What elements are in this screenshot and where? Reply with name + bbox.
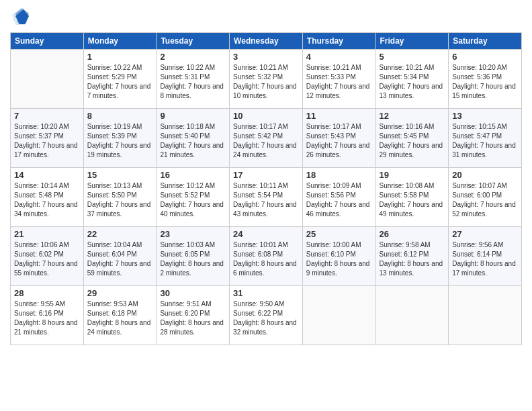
day-number: 18: [306, 170, 372, 180]
day-info: Sunrise: 9:58 AMSunset: 6:12 PMDaylight:…: [380, 240, 445, 278]
calendar-cell: 17Sunrise: 10:11 AMSunset: 5:54 PMDaylig…: [230, 168, 303, 227]
day-number: 17: [233, 170, 299, 180]
weekday-header-saturday: Saturday: [449, 33, 522, 50]
calendar-cell: 26Sunrise: 9:58 AMSunset: 6:12 PMDayligh…: [375, 227, 449, 286]
calendar-cell: 18Sunrise: 10:09 AMSunset: 5:56 PMDaylig…: [302, 168, 375, 227]
day-info: Sunrise: 9:50 AMSunset: 6:22 PMDaylight:…: [233, 300, 299, 337]
calendar-page: SundayMondayTuesdayWednesdayThursdayFrid…: [0, 0, 532, 411]
calendar-cell: 2Sunrise: 10:22 AMSunset: 5:31 PMDayligh…: [157, 50, 230, 109]
day-info: Sunrise: 10:12 AMSunset: 5:52 PMDaylight…: [160, 181, 226, 219]
calendar-cell: [449, 286, 522, 345]
weekday-header-sunday: Sunday: [11, 33, 84, 50]
calendar-cell: 7Sunrise: 10:20 AMSunset: 5:37 PMDayligh…: [11, 109, 84, 168]
weekday-header-row: SundayMondayTuesdayWednesdayThursdayFrid…: [11, 33, 522, 50]
day-number: 3: [233, 52, 299, 62]
calendar-cell: 30Sunrise: 9:51 AMSunset: 6:20 PMDayligh…: [157, 286, 230, 345]
logo-icon: [10, 7, 30, 27]
day-number: 31: [233, 288, 299, 298]
calendar-cell: 22Sunrise: 10:04 AMSunset: 6:04 PMDaylig…: [83, 227, 157, 286]
day-number: 2: [160, 52, 226, 62]
day-number: 30: [160, 288, 226, 298]
day-info: Sunrise: 9:51 AMSunset: 6:20 PMDaylight:…: [160, 300, 226, 337]
day-info: Sunrise: 10:00 AMSunset: 6:10 PMDaylight…: [306, 240, 372, 278]
calendar-cell: 8Sunrise: 10:19 AMSunset: 5:39 PMDayligh…: [83, 109, 157, 168]
calendar-cell: 6Sunrise: 10:20 AMSunset: 5:36 PMDayligh…: [449, 50, 522, 109]
calendar-cell: 28Sunrise: 9:55 AMSunset: 6:16 PMDayligh…: [11, 286, 84, 345]
day-info: Sunrise: 10:20 AMSunset: 5:36 PMDaylight…: [452, 63, 518, 101]
day-info: Sunrise: 9:56 AMSunset: 6:14 PMDaylight:…: [452, 240, 518, 278]
day-info: Sunrise: 10:04 AMSunset: 6:04 PMDaylight…: [87, 240, 153, 278]
calendar-cell: 25Sunrise: 10:00 AMSunset: 6:10 PMDaylig…: [302, 227, 375, 286]
day-info: Sunrise: 10:17 AMSunset: 5:42 PMDaylight…: [233, 122, 299, 160]
day-number: 8: [87, 111, 153, 121]
day-info: Sunrise: 10:07 AMSunset: 6:00 PMDaylight…: [452, 181, 518, 219]
day-info: Sunrise: 10:11 AMSunset: 5:54 PMDaylight…: [233, 181, 299, 219]
day-info: Sunrise: 10:22 AMSunset: 5:31 PMDaylight…: [160, 63, 226, 101]
calendar-week-row: 28Sunrise: 9:55 AMSunset: 6:16 PMDayligh…: [11, 286, 522, 345]
calendar-cell: 20Sunrise: 10:07 AMSunset: 6:00 PMDaylig…: [449, 168, 522, 227]
day-info: Sunrise: 10:09 AMSunset: 5:56 PMDaylight…: [306, 181, 372, 219]
calendar-cell: 3Sunrise: 10:21 AMSunset: 5:32 PMDayligh…: [230, 50, 303, 109]
weekday-header-tuesday: Tuesday: [157, 33, 230, 50]
day-number: 24: [233, 229, 299, 239]
day-number: 23: [160, 229, 226, 239]
day-info: Sunrise: 9:53 AMSunset: 6:18 PMDaylight:…: [87, 300, 153, 337]
day-info: Sunrise: 10:03 AMSunset: 6:05 PMDaylight…: [160, 240, 226, 278]
day-number: 10: [233, 111, 299, 121]
day-number: 26: [380, 229, 445, 239]
calendar-table: SundayMondayTuesdayWednesdayThursdayFrid…: [10, 32, 522, 345]
calendar-week-row: 7Sunrise: 10:20 AMSunset: 5:37 PMDayligh…: [11, 109, 522, 168]
day-number: 19: [380, 170, 445, 180]
calendar-cell: 14Sunrise: 10:14 AMSunset: 5:48 PMDaylig…: [11, 168, 84, 227]
day-number: 11: [306, 111, 372, 121]
day-number: 9: [160, 111, 226, 121]
header: [10, 7, 522, 27]
calendar-cell: 15Sunrise: 10:13 AMSunset: 5:50 PMDaylig…: [83, 168, 157, 227]
day-info: Sunrise: 10:21 AMSunset: 5:33 PMDaylight…: [306, 63, 372, 101]
calendar-week-row: 14Sunrise: 10:14 AMSunset: 5:48 PMDaylig…: [11, 168, 522, 227]
day-number: 12: [380, 111, 445, 121]
calendar-cell: 1Sunrise: 10:22 AMSunset: 5:29 PMDayligh…: [83, 50, 157, 109]
calendar-cell: [375, 286, 449, 345]
day-info: Sunrise: 10:21 AMSunset: 5:32 PMDaylight…: [233, 63, 299, 101]
calendar-cell: [302, 286, 375, 345]
day-info: Sunrise: 10:21 AMSunset: 5:34 PMDaylight…: [380, 63, 445, 101]
day-info: Sunrise: 10:06 AMSunset: 6:02 PMDaylight…: [14, 240, 80, 278]
day-number: 14: [14, 170, 80, 180]
day-number: 25: [306, 229, 372, 239]
calendar-cell: 23Sunrise: 10:03 AMSunset: 6:05 PMDaylig…: [157, 227, 230, 286]
day-number: 1: [87, 52, 153, 62]
calendar-week-row: 21Sunrise: 10:06 AMSunset: 6:02 PMDaylig…: [11, 227, 522, 286]
calendar-cell: 19Sunrise: 10:08 AMSunset: 5:58 PMDaylig…: [375, 168, 449, 227]
day-number: 21: [14, 229, 80, 239]
day-info: Sunrise: 10:20 AMSunset: 5:37 PMDaylight…: [14, 122, 80, 160]
day-number: 27: [452, 229, 518, 239]
day-number: 15: [87, 170, 153, 180]
day-info: Sunrise: 9:55 AMSunset: 6:16 PMDaylight:…: [14, 300, 80, 337]
weekday-header-monday: Monday: [83, 33, 157, 50]
day-info: Sunrise: 10:18 AMSunset: 5:40 PMDaylight…: [160, 122, 226, 160]
weekday-header-wednesday: Wednesday: [230, 33, 303, 50]
weekday-header-friday: Friday: [375, 33, 449, 50]
calendar-cell: 13Sunrise: 10:15 AMSunset: 5:47 PMDaylig…: [449, 109, 522, 168]
logo: [10, 7, 33, 27]
calendar-cell: 11Sunrise: 10:17 AMSunset: 5:43 PMDaylig…: [302, 109, 375, 168]
calendar-cell: 5Sunrise: 10:21 AMSunset: 5:34 PMDayligh…: [375, 50, 449, 109]
calendar-cell: 27Sunrise: 9:56 AMSunset: 6:14 PMDayligh…: [449, 227, 522, 286]
day-number: 29: [87, 288, 153, 298]
day-info: Sunrise: 10:17 AMSunset: 5:43 PMDaylight…: [306, 122, 372, 160]
day-number: 28: [14, 288, 80, 298]
day-info: Sunrise: 10:08 AMSunset: 5:58 PMDaylight…: [380, 181, 445, 219]
day-number: 20: [452, 170, 518, 180]
day-number: 6: [452, 52, 518, 62]
day-number: 5: [380, 52, 445, 62]
day-info: Sunrise: 10:16 AMSunset: 5:45 PMDaylight…: [380, 122, 445, 160]
day-info: Sunrise: 10:15 AMSunset: 5:47 PMDaylight…: [452, 122, 518, 160]
day-info: Sunrise: 10:01 AMSunset: 6:08 PMDaylight…: [233, 240, 299, 278]
calendar-cell: 12Sunrise: 10:16 AMSunset: 5:45 PMDaylig…: [375, 109, 449, 168]
day-info: Sunrise: 10:13 AMSunset: 5:50 PMDaylight…: [87, 181, 153, 219]
calendar-cell: 4Sunrise: 10:21 AMSunset: 5:33 PMDayligh…: [302, 50, 375, 109]
day-number: 22: [87, 229, 153, 239]
calendar-cell: [11, 50, 84, 109]
calendar-week-row: 1Sunrise: 10:22 AMSunset: 5:29 PMDayligh…: [11, 50, 522, 109]
